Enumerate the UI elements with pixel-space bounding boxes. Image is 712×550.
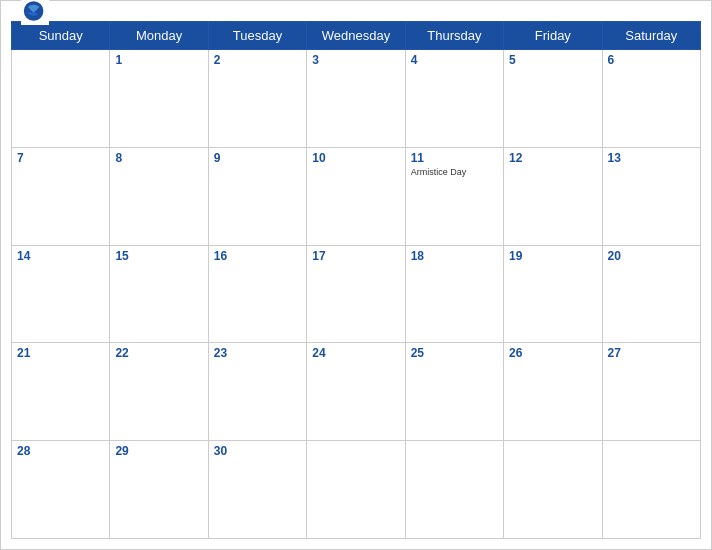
logo (21, 0, 53, 25)
calendar-cell: 2 (208, 50, 306, 148)
day-number: 17 (312, 249, 399, 263)
calendar-cell: 11Armistice Day (405, 147, 503, 245)
day-number: 1 (115, 53, 202, 67)
day-number: 30 (214, 444, 301, 458)
day-number: 16 (214, 249, 301, 263)
day-number: 4 (411, 53, 498, 67)
calendar-cell: 20 (602, 245, 700, 343)
calendar-cell: 30 (208, 441, 306, 539)
calendar-cell: 7 (12, 147, 110, 245)
day-number: 25 (411, 346, 498, 360)
day-header-friday: Friday (504, 22, 602, 50)
day-number: 19 (509, 249, 596, 263)
day-number: 26 (509, 346, 596, 360)
calendar-cell (307, 441, 405, 539)
day-number: 3 (312, 53, 399, 67)
day-header-tuesday: Tuesday (208, 22, 306, 50)
week-row-3: 14151617181920 (12, 245, 701, 343)
day-number: 8 (115, 151, 202, 165)
calendar-cell: 12 (504, 147, 602, 245)
day-event: Armistice Day (411, 167, 498, 177)
calendar-cell: 19 (504, 245, 602, 343)
calendar-cell: 13 (602, 147, 700, 245)
calendar-cell (12, 50, 110, 148)
calendar-cell: 15 (110, 245, 208, 343)
calendar-cell: 14 (12, 245, 110, 343)
calendar-cell: 25 (405, 343, 503, 441)
day-number: 2 (214, 53, 301, 67)
day-number: 14 (17, 249, 104, 263)
day-number: 11 (411, 151, 498, 165)
calendar-cell (504, 441, 602, 539)
calendar-cell: 18 (405, 245, 503, 343)
week-row-4: 21222324252627 (12, 343, 701, 441)
day-number: 10 (312, 151, 399, 165)
day-number: 21 (17, 346, 104, 360)
calendar-container: SundayMondayTuesdayWednesdayThursdayFrid… (1, 21, 711, 549)
day-number: 20 (608, 249, 695, 263)
day-number: 6 (608, 53, 695, 67)
week-row-2: 7891011Armistice Day1213 (12, 147, 701, 245)
day-number: 22 (115, 346, 202, 360)
header (1, 1, 711, 21)
day-header-thursday: Thursday (405, 22, 503, 50)
day-header-saturday: Saturday (602, 22, 700, 50)
day-number: 15 (115, 249, 202, 263)
calendar-cell: 1 (110, 50, 208, 148)
calendar-cell: 29 (110, 441, 208, 539)
calendar-cell: 8 (110, 147, 208, 245)
day-number: 13 (608, 151, 695, 165)
day-number: 24 (312, 346, 399, 360)
day-header-sunday: Sunday (12, 22, 110, 50)
day-number: 18 (411, 249, 498, 263)
calendar-cell: 24 (307, 343, 405, 441)
day-number: 5 (509, 53, 596, 67)
calendar-cell: 28 (12, 441, 110, 539)
calendar-cell: 21 (12, 343, 110, 441)
day-number: 9 (214, 151, 301, 165)
calendar-cell: 4 (405, 50, 503, 148)
calendar-cell: 23 (208, 343, 306, 441)
calendar-cell: 26 (504, 343, 602, 441)
calendar-cell: 10 (307, 147, 405, 245)
day-number: 29 (115, 444, 202, 458)
day-number: 7 (17, 151, 104, 165)
day-number: 23 (214, 346, 301, 360)
calendar-cell: 6 (602, 50, 700, 148)
day-number: 28 (17, 444, 104, 458)
calendar-cell: 3 (307, 50, 405, 148)
week-row-5: 282930 (12, 441, 701, 539)
calendar-cell: 9 (208, 147, 306, 245)
calendar-cell: 22 (110, 343, 208, 441)
calendar-cell (405, 441, 503, 539)
days-of-week-row: SundayMondayTuesdayWednesdayThursdayFrid… (12, 22, 701, 50)
calendar-cell: 5 (504, 50, 602, 148)
calendar-cell (602, 441, 700, 539)
calendar-cell: 17 (307, 245, 405, 343)
calendar-cell: 27 (602, 343, 700, 441)
logo-icon (21, 0, 49, 25)
day-header-monday: Monday (110, 22, 208, 50)
day-number: 27 (608, 346, 695, 360)
calendar-page: SundayMondayTuesdayWednesdayThursdayFrid… (0, 0, 712, 550)
day-header-wednesday: Wednesday (307, 22, 405, 50)
week-row-1: 123456 (12, 50, 701, 148)
calendar-cell: 16 (208, 245, 306, 343)
day-number: 12 (509, 151, 596, 165)
calendar-table: SundayMondayTuesdayWednesdayThursdayFrid… (11, 21, 701, 539)
